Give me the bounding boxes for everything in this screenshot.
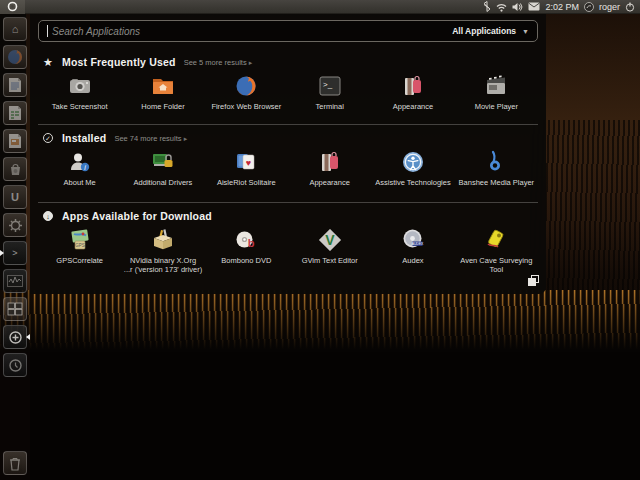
app-banshee[interactable]: Banshee Media Player [455, 146, 538, 196]
chevron-down-icon: ▼ [522, 28, 529, 35]
network-indicator[interactable] [496, 2, 507, 12]
launcher-item-media-player[interactable] [3, 269, 27, 293]
section-title: Installed [62, 132, 106, 144]
bluetooth-icon [483, 1, 491, 12]
desktop: 2:02 PM roger ⌂ [0, 0, 640, 480]
top-panel: 2:02 PM roger [0, 0, 640, 14]
app-label: AisleRiot Solitaire [217, 178, 276, 187]
app-gvim[interactable]: V GVim Text Editor [288, 224, 371, 284]
ubuntu-home-button[interactable] [0, 0, 25, 14]
app-aven-cave-surveying[interactable]: Aven Cave Surveying Tool [455, 224, 538, 284]
svg-text:b: b [248, 237, 255, 249]
workspace-grid-icon [7, 302, 23, 316]
app-label: About Me [64, 178, 96, 187]
app-audex[interactable]: AUDEX Audex [371, 224, 454, 284]
maximize-icon [528, 275, 539, 286]
launcher-item-applications-lens[interactable] [3, 325, 27, 349]
username[interactable]: roger [599, 0, 620, 14]
app-home-folder[interactable]: Home Folder [121, 70, 204, 120]
home-folder-icon: ⌂ [12, 24, 19, 35]
section-title: Apps Available for Download [62, 210, 212, 222]
app-label: Home Folder [141, 102, 184, 111]
star-icon: ★ [42, 57, 54, 68]
me-menu[interactable] [584, 2, 594, 12]
speaker-icon [512, 2, 523, 12]
gear-icon [8, 218, 23, 233]
ubuntu-logo-icon [7, 1, 18, 12]
section-divider [38, 124, 538, 125]
terminal-running-indicator [0, 250, 4, 256]
app-terminal[interactable]: >_ Terminal [288, 70, 371, 120]
app-assistive-technologies[interactable]: Assistive Technologies [371, 146, 454, 196]
launcher-item-home-folder[interactable]: ⌂ [3, 17, 27, 41]
volume-indicator[interactable] [512, 2, 523, 12]
app-label: GPSCorrelate [56, 256, 103, 265]
svg-text:AUDEX: AUDEX [412, 242, 424, 246]
app-appearance[interactable]: Appearance [371, 70, 454, 120]
launcher-item-libreoffice-writer[interactable] [3, 73, 27, 97]
app-label: Bombono DVD [221, 256, 271, 265]
launcher-item-system-settings[interactable] [3, 213, 27, 237]
about-me-icon: i [67, 149, 93, 175]
launcher-item-libreoffice-calc[interactable] [3, 101, 27, 125]
app-about-me[interactable]: i About Me [38, 146, 121, 196]
dash-maximize-button[interactable] [528, 272, 539, 290]
app-movie-player[interactable]: Movie Player [455, 70, 538, 120]
app-gpscorrelate[interactable]: GPS GPSCorrelate [38, 224, 121, 284]
appearance-icon [317, 149, 343, 175]
launcher-item-libreoffice-impress[interactable] [3, 129, 27, 153]
launcher-item-workspace-switcher[interactable] [3, 297, 27, 321]
launcher-item-firefox[interactable] [3, 45, 27, 69]
app-aisleriot-solitaire[interactable]: ♥ AisleRiot Solitaire [205, 146, 288, 196]
installed-check-icon: ✓ [43, 133, 53, 143]
launcher-item-ubuntu-software-center[interactable] [3, 157, 27, 181]
clock[interactable]: 2:02 PM [545, 0, 579, 14]
firefox-icon [233, 73, 259, 99]
app-label: Assistive Technologies [375, 178, 450, 187]
filter-label: All Applications [452, 26, 516, 36]
app-label: NVidia binary X.Org ...r ('version 173' … [124, 256, 202, 274]
chevron-right-icon: ▸ [249, 59, 253, 66]
search-input[interactable] [50, 25, 452, 38]
app-bombono-dvd[interactable]: b Bombono DVD [205, 224, 288, 284]
launcher-item-trash[interactable] [3, 451, 27, 475]
svg-text:♥: ♥ [246, 158, 251, 168]
unity-launcher: ⌂ [0, 14, 30, 480]
launcher-item-files-lens[interactable] [3, 353, 27, 377]
app-label: Aven Cave Surveying Tool [455, 256, 537, 274]
gvim-icon: V [317, 227, 343, 253]
ubuntu-one-icon: U [11, 192, 19, 203]
app-take-screenshot[interactable]: Take Screenshot [38, 70, 121, 120]
launcher-item-ubuntu-one[interactable]: U [3, 185, 27, 209]
terminal-icon: > [12, 249, 17, 258]
download-icon: ↓ [43, 211, 53, 221]
messaging-indicator[interactable] [528, 2, 540, 11]
user-avatar-icon [584, 2, 594, 12]
see-more-link[interactable]: See 74 more results ▸ [114, 134, 187, 143]
app-firefox[interactable]: Firefox Web Browser [205, 70, 288, 120]
firefox-icon [7, 49, 23, 65]
svg-text:>_: >_ [323, 80, 333, 89]
see-more-link[interactable]: See 5 more results ▸ [184, 58, 253, 67]
wallpaper-grass-fade [0, 290, 640, 360]
aisleriot-solitaire-icon: ♥ [233, 149, 259, 175]
libreoffice-writer-icon [8, 77, 22, 93]
app-grid-most-frequently-used: Take Screenshot Home Folder Firefox Web … [38, 70, 538, 120]
app-additional-drivers[interactable]: Additional Drivers [121, 146, 204, 196]
audex-icon: AUDEX [400, 227, 426, 253]
app-label: Appearance [393, 102, 433, 111]
launcher-item-terminal[interactable]: > [3, 241, 27, 265]
app-label: Additional Drivers [134, 178, 193, 187]
app-label: Banshee Media Player [459, 178, 534, 187]
mail-envelope-icon [528, 2, 540, 11]
software-center-icon [8, 162, 23, 177]
session-menu[interactable] [625, 2, 635, 12]
take-screenshot-icon [67, 73, 93, 99]
app-nvidia-binary-driver[interactable]: NVidia binary X.Org ...r ('version 173' … [121, 224, 204, 284]
filter-dropdown[interactable]: All Applications ▼ [452, 26, 529, 36]
bluetooth-indicator[interactable] [483, 1, 491, 12]
app-appearance-installed[interactable]: Appearance [288, 146, 371, 196]
trash-icon [8, 456, 22, 471]
section-divider [38, 202, 538, 203]
app-label: Movie Player [475, 102, 518, 111]
